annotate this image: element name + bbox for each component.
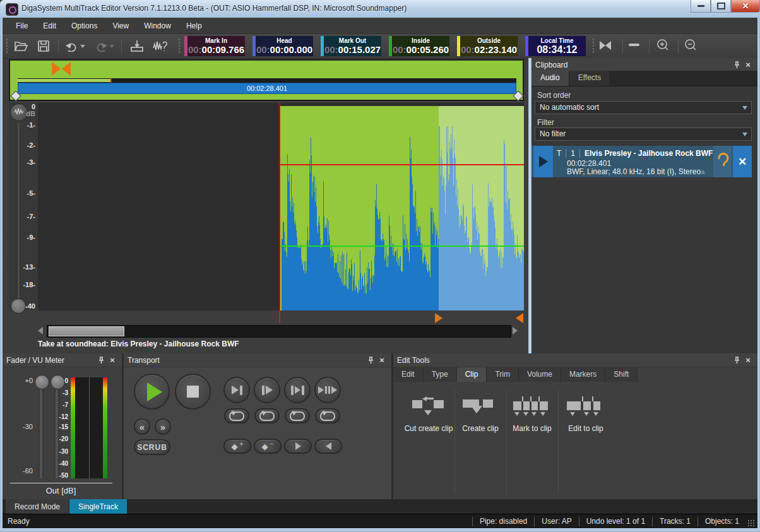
- pin-button[interactable]: [365, 355, 376, 365]
- loop-button-1[interactable]: [224, 408, 249, 423]
- time-field-outside[interactable]: Outside 00:02:23.140: [457, 36, 518, 56]
- menu-view[interactable]: View: [105, 19, 136, 33]
- scrub-button[interactable]: SCRUB: [134, 439, 170, 455]
- time-field-mark-out[interactable]: Mark Out 00:00:15.027: [321, 36, 381, 56]
- overview-visible-segment[interactable]: [18, 79, 110, 82]
- selection-start-marker-icon[interactable]: [435, 313, 442, 323]
- play-button[interactable]: [134, 374, 170, 410]
- transport-close-button[interactable]: ×: [376, 355, 388, 365]
- close-button[interactable]: ✕: [731, 0, 760, 13]
- edit-to-clip-icon: [566, 396, 606, 419]
- menu-help[interactable]: Help: [179, 19, 209, 33]
- play-to-mark-button[interactable]: [223, 377, 250, 403]
- hscroll-left-arrow[interactable]: [38, 327, 43, 334]
- mark-to-clip-button[interactable]: Mark to clip: [507, 396, 557, 433]
- toolbar-grip-2[interactable]: [178, 38, 181, 54]
- undo-button[interactable]: [63, 38, 87, 54]
- toolbar-grip-3[interactable]: [592, 38, 595, 54]
- hscroll-right-arrow[interactable]: [513, 327, 518, 334]
- menu-file[interactable]: File: [9, 19, 35, 33]
- zoom-out-button[interactable]: [683, 38, 698, 56]
- tab-clip[interactable]: Clip: [457, 367, 487, 382]
- tab-audio[interactable]: Audio: [531, 71, 569, 86]
- overview-mark-out-icon[interactable]: [62, 62, 71, 76]
- open-button[interactable]: [11, 38, 30, 54]
- close-icon: ✕: [742, 1, 749, 11]
- tab-effects[interactable]: Effects: [569, 71, 610, 86]
- loop-button-4[interactable]: [315, 408, 340, 423]
- time-field-head[interactable]: Head 00:00:00.000: [252, 36, 313, 56]
- filter-dropdown[interactable]: No filter: [535, 127, 752, 141]
- zoom-in-button[interactable]: [655, 38, 670, 56]
- overview-bar[interactable]: 00:02:28.401: [9, 59, 524, 101]
- play-around-mark-button[interactable]: [314, 377, 341, 403]
- overview-mark-in-icon[interactable]: [52, 62, 61, 76]
- forward-button[interactable]: »: [155, 418, 171, 435]
- tab-edit[interactable]: Edit: [393, 367, 424, 382]
- stop-button[interactable]: [175, 374, 211, 410]
- tab-type[interactable]: Type: [424, 367, 457, 382]
- rewind-button[interactable]: «: [134, 418, 150, 435]
- time-field-local-time[interactable]: Local Time 08:34:12: [525, 36, 586, 56]
- item-remove-button[interactable]: ✕: [733, 146, 752, 177]
- item-play-button[interactable]: [533, 146, 553, 177]
- pin-button[interactable]: [731, 355, 742, 365]
- redo-button[interactable]: [92, 38, 116, 54]
- audio-editor-button[interactable]: [151, 38, 170, 54]
- edit-tools-tabs: Edit Type Clip Trim Volume Markers Shift: [393, 367, 638, 382]
- tab-markers[interactable]: Markers: [561, 367, 605, 382]
- inside-label: Inside: [392, 37, 449, 44]
- menu-edit[interactable]: Edit: [36, 19, 63, 33]
- play-between-marks-button[interactable]: [284, 377, 311, 403]
- pin-button[interactable]: [731, 60, 742, 70]
- menu-window[interactable]: Window: [137, 19, 178, 33]
- pin-button[interactable]: [95, 355, 107, 365]
- loop-button-2[interactable]: [254, 408, 280, 423]
- overview-zoom-strip: [18, 78, 516, 83]
- waveform-display[interactable]: [38, 103, 524, 310]
- item-number: 1: [571, 149, 575, 158]
- import-button[interactable]: [128, 38, 146, 54]
- create-clip-button[interactable]: Create clip: [455, 396, 506, 433]
- edit-tools-close-button[interactable]: ×: [742, 355, 754, 365]
- save-button[interactable]: [34, 38, 53, 54]
- transport-header: Transport ×: [124, 353, 391, 367]
- horizontal-scrollbar[interactable]: [47, 325, 511, 338]
- pin-icon: [733, 61, 740, 69]
- resize-grip[interactable]: [747, 519, 755, 527]
- hscroll-thumb[interactable]: [49, 326, 124, 336]
- remove-marker-button[interactable]: ◆−: [254, 439, 282, 454]
- titlebar[interactable]: DigaSystem MultiTrack Editor Version 7.1…: [0, 0, 760, 18]
- tab-volume[interactable]: Volume: [519, 367, 561, 382]
- selection-end-marker-icon[interactable]: [516, 313, 523, 323]
- mark-out-prefix: 00:: [324, 44, 338, 55]
- tab-shift[interactable]: Shift: [605, 367, 638, 382]
- tab-record-mode[interactable]: Record Mode: [6, 499, 69, 514]
- overview-duration-bar[interactable]: 00:02:28.401: [18, 83, 516, 94]
- toolbar-grip[interactable]: [6, 38, 8, 54]
- clipboard-item[interactable]: T 1 Elvis Presley - Jailhouse Rock BWF 0…: [531, 146, 752, 177]
- zoom-selection-button[interactable]: [600, 41, 611, 50]
- fader-left-track[interactable]: [39, 379, 44, 478]
- clipboard-close-button[interactable]: ×: [742, 60, 754, 70]
- add-marker-button[interactable]: ◆+: [223, 439, 251, 454]
- prelisten-button[interactable]: [713, 146, 732, 177]
- time-field-mark-in[interactable]: Mark In 00:00:09.766: [184, 36, 245, 56]
- menu-options[interactable]: Options: [64, 19, 104, 33]
- zoom-bar-button[interactable]: [629, 44, 639, 46]
- minimize-button[interactable]: [691, 0, 711, 13]
- time-field-inside[interactable]: Inside 00:00:05.260: [389, 36, 449, 56]
- edit-to-clip-button[interactable]: Edit to clip: [561, 396, 611, 433]
- loop-button-3[interactable]: [285, 408, 310, 423]
- sort-order-dropdown[interactable]: No automatic sort: [535, 101, 752, 114]
- next-marker-button[interactable]: [284, 439, 312, 454]
- tab-singletrack[interactable]: SingleTrack: [69, 499, 127, 514]
- play-from-mark-button[interactable]: [254, 377, 280, 403]
- restore-button[interactable]: [711, 0, 731, 13]
- fader-vu-close-button[interactable]: ×: [107, 355, 118, 365]
- fader-left-knob[interactable]: [35, 375, 49, 389]
- tab-trim[interactable]: Trim: [487, 367, 519, 382]
- cut-create-clip-button[interactable]: Cut create clip: [403, 396, 454, 433]
- chevron-collapse-icon[interactable]: «: [699, 170, 708, 174]
- prev-marker-button[interactable]: [314, 439, 342, 454]
